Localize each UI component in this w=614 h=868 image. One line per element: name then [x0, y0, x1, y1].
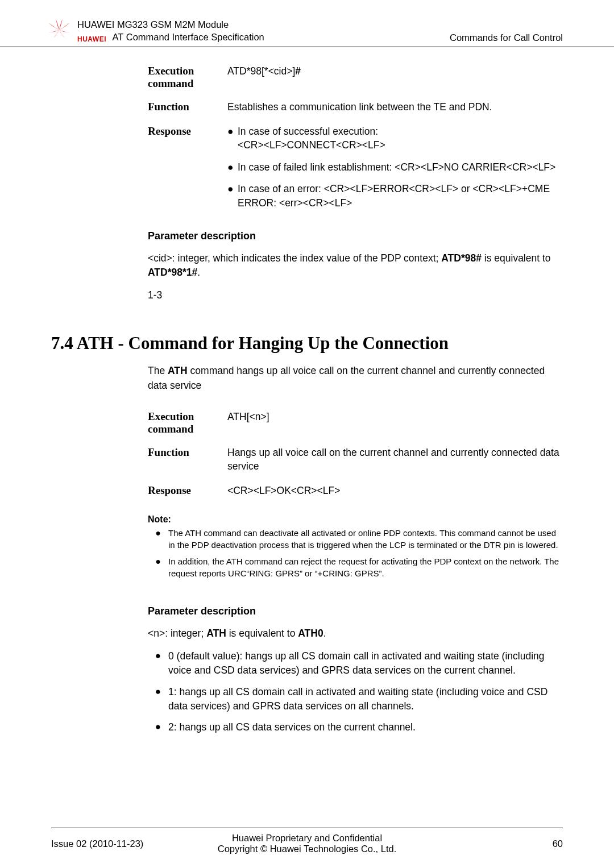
notes-block: Note: ●The ATH command can deactivate al… [148, 514, 563, 579]
param-bullet: ●1: hangs up all CS domain call in activ… [148, 685, 563, 714]
param-line: <n>: integer; ATH is equivalent to ATH0. [148, 626, 563, 641]
function-value: Establishes a communication link between… [227, 100, 563, 114]
huawei-logo-icon [45, 17, 73, 44]
footer-copyright: Huawei Proprietary and ConfidentialCopyr… [179, 833, 435, 854]
exec-label: Execution command [148, 64, 227, 90]
response-label: Response [148, 124, 227, 210]
param-heading: Parameter description [148, 230, 563, 242]
note-heading: Note: [148, 514, 563, 525]
header-section: Commands for Call Control [450, 32, 563, 44]
response-value: ●In case of successful execution:<CR><LF… [227, 124, 563, 210]
brand-label: HUAWEI [77, 35, 106, 43]
param-range: 1-3 [148, 288, 563, 302]
command-definition-ath: Execution command ATH[<n>] Function Hang… [148, 410, 563, 498]
function-label: Function [148, 446, 227, 474]
param-heading: Parameter description [148, 605, 563, 617]
function-label: Function [148, 100, 227, 114]
exec-value: ATD*98[*<cid>]# [227, 64, 563, 90]
section-title: 7.4 ATH - Command for Hanging Up the Con… [51, 333, 563, 354]
command-definition-atd: Execution command ATD*98[*<cid>]# Functi… [148, 64, 563, 210]
response-value: <CR><LF>OK<CR><LF> [227, 484, 563, 498]
param-bullet: ●0 (default value): hangs up all CS doma… [148, 649, 563, 678]
note-item: ●The ATH command can deactivate all acti… [148, 527, 563, 551]
param-text: <cid>: integer, which indicates the inde… [148, 251, 563, 280]
footer-issue: Issue 02 (2010-11-23) [51, 838, 179, 849]
exec-label: Execution command [148, 410, 227, 435]
note-item: ●In addition, the ATH command can reject… [148, 555, 563, 579]
parameter-description-2: Parameter description <n>: integer; ATH … [148, 605, 563, 734]
param-bullet: ●2: hangs up all CS data services on the… [148, 720, 563, 734]
function-value: Hangs up all voice call on the current c… [227, 446, 563, 474]
footer-page-number: 60 [435, 838, 563, 849]
page-footer: Issue 02 (2010-11-23) Huawei Proprietary… [51, 828, 563, 854]
section-intro: The ATH command hangs up all voice call … [148, 364, 563, 393]
page-header: HUAWEI MG323 GSM M2M Module HUAWEI AT Co… [0, 0, 614, 47]
header-title: HUAWEI MG323 GSM M2M Module HUAWEI AT Co… [77, 19, 450, 44]
response-label: Response [148, 484, 227, 498]
parameter-description-1: Parameter description <cid>: integer, wh… [148, 230, 563, 302]
exec-value: ATH[<n>] [227, 410, 563, 435]
